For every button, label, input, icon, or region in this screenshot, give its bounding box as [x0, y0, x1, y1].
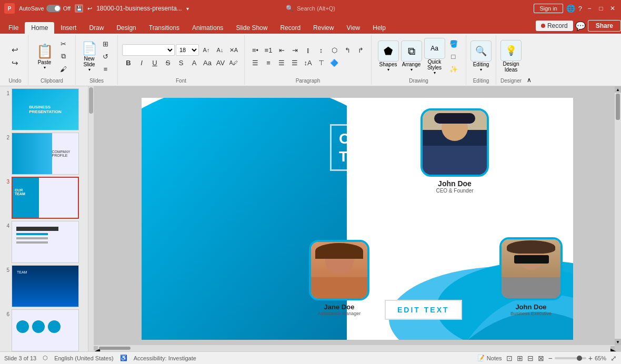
rtl-button[interactable]: ↰: [341, 44, 354, 56]
scroll-left-button[interactable]: ◀: [94, 346, 98, 350]
edit-text-button[interactable]: EDIT TEXT: [385, 300, 462, 320]
canvas-v-scrollbar[interactable]: ▲ ▼: [615, 86, 621, 345]
fill-button[interactable]: 🪣: [447, 38, 460, 49]
share-button[interactable]: Share: [588, 20, 621, 32]
align-text[interactable]: ⊤: [315, 57, 327, 68]
ribbon-expand-button[interactable]: ∧: [526, 35, 533, 85]
cut-button[interactable]: ✂: [57, 38, 70, 49]
new-slide-button[interactable]: 📄 NewSlide ▾: [82, 41, 97, 72]
help-icon[interactable]: ?: [578, 5, 582, 13]
tab-home[interactable]: Home: [25, 22, 54, 34]
increase-font-size[interactable]: A↑: [200, 44, 213, 56]
slide-thumb-1[interactable]: 1 BUSINESSPRESENTATION: [2, 88, 86, 130]
shapes-arrow[interactable]: ▾: [387, 67, 389, 72]
close-button[interactable]: ✕: [608, 5, 617, 12]
slide-thumb-2[interactable]: 2 COMPANYPROFILE: [2, 133, 86, 175]
save-icon[interactable]: 💾: [75, 4, 83, 13]
undo-button[interactable]: ↩: [9, 44, 22, 56]
quick-styles-arrow[interactable]: ▾: [434, 70, 436, 75]
slide-thumb-4[interactable]: 4: [2, 221, 86, 263]
zoom-slider[interactable]: [555, 357, 586, 359]
notes-button[interactable]: 📝 Notes: [477, 355, 502, 361]
strikethrough-button[interactable]: S: [162, 57, 174, 68]
slide-thumb-6[interactable]: 6: [2, 309, 86, 351]
slide-thumb-5[interactable]: 5 TEAM: [2, 265, 86, 307]
increase-indent[interactable]: ⇥: [288, 44, 301, 56]
char-spacing[interactable]: AV: [214, 57, 227, 68]
restore-button[interactable]: □: [597, 5, 605, 12]
signin-button[interactable]: Sign in: [534, 4, 563, 13]
undo-icon[interactable]: ↩: [87, 5, 92, 12]
format-painter-button[interactable]: 🖌: [57, 63, 70, 75]
autosave-toggle[interactable]: [46, 5, 61, 12]
tab-transitions[interactable]: Transitions: [143, 22, 186, 34]
tab-file[interactable]: File: [2, 22, 25, 34]
tab-help[interactable]: Help: [366, 22, 392, 34]
justify[interactable]: ☰: [288, 57, 301, 68]
slide-canvas[interactable]: OURTEAM John Doe CEO & Founder: [142, 98, 573, 340]
zoom-in-icon[interactable]: +: [588, 354, 593, 362]
paste-button[interactable]: 📋 Paste ▾: [34, 43, 55, 70]
effects-button[interactable]: ✨: [447, 63, 460, 75]
slide-img-4[interactable]: [12, 221, 79, 263]
decrease-font-size[interactable]: A↓: [214, 44, 226, 56]
editing-arrow[interactable]: ▾: [480, 67, 482, 72]
reset-button[interactable]: ↺: [99, 50, 112, 62]
tab-draw[interactable]: Draw: [83, 22, 110, 34]
case-button[interactable]: Aa: [201, 57, 214, 68]
slide-img-5[interactable]: TEAM: [12, 265, 79, 307]
scroll-down-button[interactable]: ▼: [615, 339, 621, 345]
tab-animations[interactable]: Animations: [186, 22, 229, 34]
slide-img-3[interactable]: OURTEAM: [12, 177, 79, 219]
normal-view-button[interactable]: ⊡: [506, 354, 513, 362]
text-direction[interactable]: ↕A: [302, 57, 314, 68]
tab-record[interactable]: Record: [274, 22, 307, 34]
layout-button[interactable]: ⊞: [99, 38, 112, 49]
slide-sorter-button[interactable]: ⊞: [517, 354, 523, 362]
shapes-button[interactable]: ⬟ Shapes ▾: [378, 41, 399, 72]
new-slide-arrow[interactable]: ▾: [88, 67, 91, 72]
section-button[interactable]: ≡: [99, 63, 112, 75]
arrange-button[interactable]: ⧉ Arrange ▾: [401, 41, 422, 72]
convert-smartart[interactable]: ⬡: [328, 44, 340, 56]
arrange-arrow[interactable]: ▾: [410, 67, 413, 72]
canvas-h-scrollbar[interactable]: ◀ ▶: [94, 345, 615, 351]
numbering-button[interactable]: ≡1: [262, 44, 275, 56]
scroll-right-button[interactable]: ▶: [610, 346, 615, 350]
smartart-button[interactable]: 🔷: [328, 57, 340, 68]
redo-button[interactable]: ↪: [9, 57, 22, 69]
italic-button[interactable]: I: [135, 57, 148, 68]
editing-button[interactable]: 🔍 Editing ▾: [470, 41, 492, 72]
align-right[interactable]: ☰: [275, 57, 288, 68]
align-center[interactable]: ≡: [262, 57, 275, 68]
reading-view-button[interactable]: ⊟: [527, 354, 534, 362]
scroll-thumb-v[interactable]: [616, 94, 620, 120]
tab-insert[interactable]: Insert: [54, 22, 83, 34]
zoom-out-icon[interactable]: −: [548, 354, 553, 362]
slide-img-2[interactable]: COMPANYPROFILE: [12, 133, 79, 175]
record-button[interactable]: Record: [536, 21, 573, 31]
comment-icon[interactable]: 💬: [575, 21, 586, 31]
dropdown-arrow[interactable]: ▾: [186, 6, 189, 12]
slide-img-1[interactable]: BUSINESSPRESENTATION: [12, 88, 79, 130]
tab-review[interactable]: Review: [307, 22, 340, 34]
minimize-button[interactable]: −: [585, 5, 594, 12]
font-color-button[interactable]: A: [188, 57, 201, 68]
line-spacing[interactable]: ↕: [315, 44, 327, 56]
tab-design[interactable]: Design: [110, 22, 142, 34]
copy-button[interactable]: ⧉: [57, 50, 70, 62]
scroll-thumb-h[interactable]: [99, 347, 131, 350]
chevron-down-icon[interactable]: ∧: [527, 76, 532, 84]
bold-button[interactable]: B: [122, 57, 135, 68]
font-size-select[interactable]: 18: [176, 44, 199, 56]
tab-view[interactable]: View: [340, 22, 366, 34]
scroll-up-button[interactable]: ▲: [615, 86, 621, 93]
align-left[interactable]: ☰: [249, 57, 262, 68]
highlight-button[interactable]: A🖊: [227, 57, 240, 68]
underline-button[interactable]: U: [148, 57, 161, 68]
fit-slide-button[interactable]: ⤢: [610, 354, 617, 362]
columns-button[interactable]: ⫿: [302, 44, 314, 56]
paste-arrow[interactable]: ▾: [44, 65, 46, 70]
bullets-button[interactable]: ≡•: [249, 44, 262, 56]
outline-button[interactable]: □: [447, 50, 460, 62]
